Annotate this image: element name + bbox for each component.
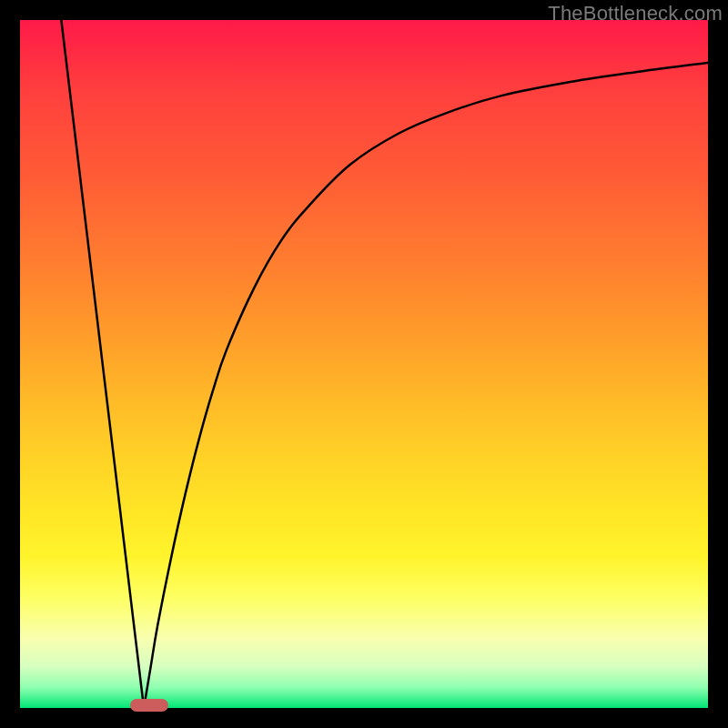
series-left-slope: [61, 20, 144, 708]
minimum-marker: [130, 699, 168, 712]
series-right-curve: [144, 63, 708, 708]
watermark-text: TheBottleneck.com: [548, 2, 723, 25]
plot-area: [20, 20, 708, 708]
chart-canvas: TheBottleneck.com: [0, 0, 728, 728]
curve-layer: [20, 20, 708, 708]
